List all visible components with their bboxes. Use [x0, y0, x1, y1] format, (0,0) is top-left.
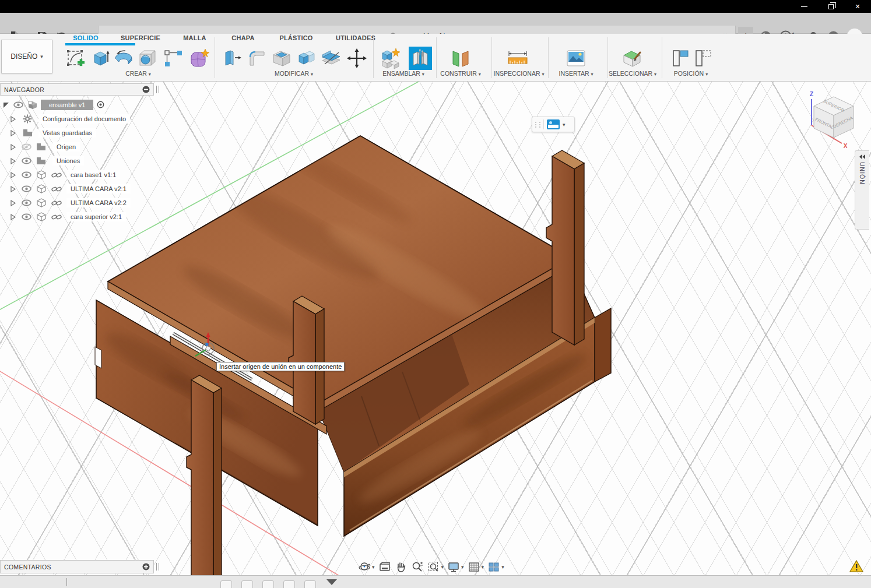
grid-settings-button[interactable]: ▾ [468, 561, 484, 573]
expand-closed-icon[interactable] [10, 213, 16, 221]
expand-closed-icon[interactable] [10, 115, 16, 123]
new-component-button[interactable] [380, 47, 403, 70]
group-label-insertar[interactable]: INSERTAR ▾ [559, 70, 593, 77]
create-form-button[interactable] [188, 47, 211, 70]
group-label-crear[interactable]: CREAR ▾ [125, 70, 151, 77]
group-label-construir[interactable]: CONSTRUIR ▾ [440, 70, 480, 77]
zoom-button[interactable] [411, 561, 424, 573]
tree-item-joints[interactable]: Uniones [0, 154, 175, 168]
comments-drag-handle[interactable] [156, 563, 159, 571]
tree-item-label[interactable]: Vistas guardadas [38, 128, 96, 138]
in-canvas-toolbar[interactable]: ▾ [532, 117, 575, 132]
navigator-drag-handle[interactable] [156, 86, 159, 93]
workspace-switcher[interactable]: DISEÑO ▾ [1, 40, 52, 73]
expand-closed-icon[interactable] [10, 171, 16, 179]
activate-component-radio[interactable] [95, 100, 106, 110]
capture-position-button[interactable] [669, 47, 693, 70]
hole-button[interactable] [136, 47, 159, 70]
insert-image-button[interactable] [564, 47, 588, 70]
visibility-eye-icon[interactable] [22, 157, 31, 164]
tree-item-saved-views[interactable]: Vistas guardadas [0, 126, 175, 140]
fit-button[interactable]: ▾ [427, 561, 444, 573]
tree-item-label[interactable]: cara base1 v1:1 [66, 170, 120, 179]
timeline-feature-stub[interactable] [283, 580, 295, 588]
tree-item-component[interactable]: ULTIMA CARA v2:1 [0, 182, 175, 196]
expand-closed-icon[interactable] [10, 143, 16, 151]
visibility-off-icon[interactable] [22, 143, 31, 150]
root-component-label[interactable]: ensamble v1 [41, 100, 93, 110]
window-minimize-button[interactable] [791, 0, 817, 13]
construct-plane-button[interactable] [449, 47, 472, 70]
create-sketch-button[interactable] [64, 47, 87, 70]
move-copy-button[interactable] [345, 47, 368, 70]
expand-closed-icon[interactable] [10, 185, 16, 193]
visibility-eye-icon[interactable] [13, 101, 23, 108]
group-label-ensamblar[interactable]: ENSAMBLAR ▾ [382, 70, 424, 77]
timeline-playhead[interactable] [66, 578, 67, 586]
group-label-modificar[interactable]: MODIFICAR ▾ [275, 70, 313, 77]
ribbon-tab-utilidades[interactable]: UTILIDADES [336, 34, 375, 41]
ribbon-tab-plastico[interactable]: PLÁSTICO [279, 34, 312, 41]
ribbon-tab-malla[interactable]: MALLA [183, 34, 206, 41]
view-cube[interactable]: Z X SUPERIOR FRONTAL DERECHA [800, 89, 865, 159]
toolbar-drag-handle[interactable] [539, 122, 540, 128]
joint-button[interactable] [409, 47, 432, 70]
combine-button[interactable] [295, 47, 318, 70]
display-settings-button[interactable]: ▾ [447, 561, 464, 573]
split-button[interactable] [319, 47, 343, 70]
measure-button[interactable] [506, 47, 529, 70]
tree-item-label[interactable]: ULTIMA CARA v2:2 [66, 198, 131, 207]
pattern-button[interactable] [161, 47, 185, 70]
viewports-button[interactable]: ▾ [487, 561, 504, 573]
ribbon-tab-solido[interactable]: SOLIDO [73, 34, 98, 41]
tree-item-origin[interactable]: Origen [0, 140, 175, 154]
add-comment-icon[interactable] [142, 563, 150, 571]
shell-button[interactable] [270, 47, 293, 70]
collapse-panel-icon[interactable] [142, 86, 150, 93]
timeline-feature-stub[interactable] [241, 580, 253, 588]
tree-item-label[interactable]: cara superior v2:1 [66, 212, 126, 221]
visibility-eye-icon[interactable] [22, 213, 31, 220]
window-restore-button[interactable] [817, 0, 844, 13]
window-close-button[interactable]: × [844, 0, 871, 13]
comments-panel-header[interactable]: COMENTARIOS [0, 560, 154, 573]
select-button[interactable] [621, 47, 644, 70]
ribbon-tab-chapa[interactable]: CHAPA [231, 34, 254, 41]
group-label-seleccionar[interactable]: SELECCIONAR ▾ [609, 70, 656, 77]
tree-item-component[interactable]: cara base1 v1:1 [0, 168, 175, 182]
timeline-feature-stub[interactable] [262, 580, 274, 588]
timeline-bar[interactable] [0, 575, 871, 588]
revolve-button[interactable] [112, 47, 135, 70]
extrude-button[interactable] [89, 47, 113, 70]
visibility-eye-icon[interactable] [22, 171, 31, 178]
expand-open-icon[interactable] [2, 101, 10, 109]
tree-root-row[interactable]: ensamble v1 [0, 98, 175, 112]
joint-dialog-collapsed[interactable]: UNIÓN [855, 150, 869, 230]
canvas-options-caret[interactable]: ▾ [563, 122, 566, 128]
tree-item-label[interactable]: ULTIMA CARA v2:1 [66, 184, 131, 193]
tree-item-label[interactable]: Configuración del documento [38, 114, 130, 124]
fillet-button[interactable] [245, 47, 269, 70]
warning-icon[interactable] [849, 559, 864, 573]
revert-position-button[interactable] [692, 47, 715, 70]
expand-closed-icon[interactable] [10, 129, 16, 137]
visibility-eye-icon[interactable] [22, 185, 31, 192]
tree-item-component[interactable]: ULTIMA CARA v2:2 [0, 196, 175, 210]
toolbar-drag-handle[interactable] [535, 122, 536, 128]
tree-item-label[interactable]: Origen [52, 142, 80, 152]
visibility-eye-icon[interactable] [22, 199, 31, 206]
navigator-panel-header[interactable]: NAVEGADOR [0, 83, 154, 96]
group-label-posicion[interactable]: POSICIÓN ▾ [674, 70, 708, 77]
tree-item-doc-settings[interactable]: Configuración del documento [0, 112, 175, 126]
look-at-button[interactable] [378, 561, 391, 573]
timeline-feature-stub[interactable] [220, 580, 232, 588]
group-label-inspeccionar[interactable]: INSPECCIONAR ▾ [494, 70, 545, 77]
tree-item-component[interactable]: cara superior v2:1 [0, 210, 175, 224]
expand-closed-icon[interactable] [10, 199, 16, 207]
expand-closed-icon[interactable] [10, 157, 16, 165]
orbit-button[interactable]: ▾ [358, 561, 375, 573]
expand-panel-icon[interactable] [859, 154, 866, 160]
tree-item-label[interactable]: Uniones [52, 156, 84, 166]
press-pull-button[interactable] [220, 47, 244, 70]
pan-button[interactable] [395, 561, 408, 573]
